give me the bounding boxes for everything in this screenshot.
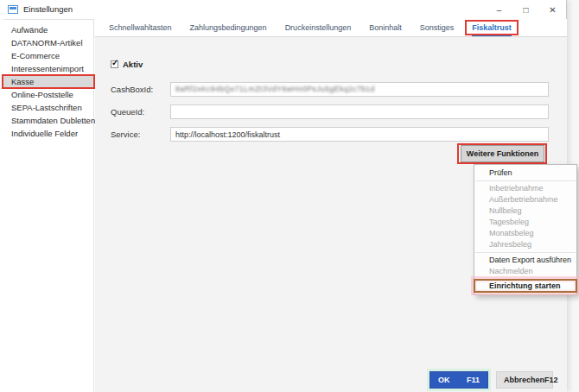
tab-schnellwahltasten[interactable]: Schnellwahltasten: [109, 19, 172, 36]
menu-item-jahresbeleg: Jahresbeleg: [474, 239, 576, 250]
cashboxid-redacted-value: 8aRf2xKc94bQe71LmZt3VdY6wHn0PsJu5gEkq2c7…: [175, 83, 375, 96]
maximize-icon[interactable]: □: [512, 0, 539, 19]
queueid-input[interactable]: [170, 104, 549, 119]
sidebar-item-datanorm-artikel[interactable]: DATANORM-Artikel: [3, 36, 93, 49]
ok-label: OK: [438, 376, 450, 384]
tab-fiskaltrust[interactable]: Fiskaltrust: [472, 19, 512, 36]
tab-druckeinstellungen[interactable]: Druckeinstellungen: [285, 19, 352, 36]
menu-item-nachmelden: Nachmelden: [474, 266, 576, 277]
cashboxid-label: CashBoxId:: [111, 85, 153, 94]
aktiv-checkbox[interactable]: ✓: [111, 60, 118, 68]
sidebar-item-individuelle-felder[interactable]: Individuelle Felder: [3, 127, 93, 140]
checkmark-icon: ✓: [111, 58, 118, 67]
window-title: Einstellungen: [23, 4, 73, 14]
menu-separator: [475, 180, 576, 181]
app-icon: [8, 5, 18, 14]
menu-item-pruefen[interactable]: Prüfen: [474, 168, 576, 179]
service-label: Service:: [111, 130, 140, 139]
weitere-funktionen-menu: Prüfen Inbetriebnahme Außerbetriebnahme …: [474, 164, 577, 295]
ok-button[interactable]: OK F11: [429, 371, 488, 389]
aktiv-checkbox-row: ✓ Aktiv: [111, 60, 143, 69]
menu-item-daten-export-ausfuehren[interactable]: Daten Export ausführen: [474, 255, 576, 266]
sidebar-item-online-poststelle[interactable]: Online-Poststelle: [3, 88, 93, 101]
cancel-label: Abbrechen: [504, 376, 544, 384]
menu-item-monatsbeleg: Monatsbeleg: [474, 228, 576, 239]
title-bar: Einstellungen – □ ✕: [0, 0, 566, 19]
cashboxid-input[interactable]: 8aRf2xKc94bQe71LmZt3VdY6wHn0PsJu5gEkq2c7…: [170, 82, 549, 97]
screen: Einstellungen – □ ✕ Aufwände DATANORM-Ar…: [0, 0, 579, 392]
close-icon[interactable]: ✕: [539, 0, 566, 19]
weitere-funktionen-button[interactable]: Weitere Funktionen: [461, 145, 544, 162]
menu-item-inbetriebnahme: Inbetriebnahme: [474, 183, 576, 194]
menu-item-einrichtung-starten[interactable]: Einrichtung starten: [474, 281, 576, 292]
sidebar: Aufwände DATANORM-Artikel E-Commerce Int…: [3, 19, 94, 392]
cancel-shortcut: F12: [544, 376, 558, 384]
sidebar-item-sepa-lastschriften[interactable]: SEPA-Lastschriften: [3, 101, 93, 114]
menu-item-tagesbeleg: Tagesbeleg: [474, 217, 576, 228]
tab-boninhalt[interactable]: Boninhalt: [369, 19, 402, 36]
sidebar-item-interessentenimport[interactable]: Interessentenimport: [3, 62, 93, 75]
sidebar-item-e-commerce[interactable]: E-Commerce: [3, 49, 93, 62]
ok-shortcut: F11: [467, 376, 480, 384]
menu-item-nullbeleg: Nullbeleg: [474, 205, 576, 217]
aktiv-label: Aktiv: [123, 60, 143, 69]
sidebar-item-kasse[interactable]: Kasse: [3, 75, 93, 88]
sidebar-item-stammdaten-dubletten[interactable]: Stammdaten Dubletten: [3, 114, 93, 127]
queueid-label: QueueId:: [111, 107, 144, 117]
tab-zahlungsbedingungen[interactable]: Zahlungsbedingungen: [190, 19, 267, 36]
tab-bar: Schnellwahltasten Zahlungsbedingungen Dr…: [95, 19, 567, 37]
minimize-icon[interactable]: –: [486, 0, 512, 19]
window-controls: – □ ✕: [486, 0, 566, 19]
service-input[interactable]: [170, 127, 549, 142]
sidebar-item-aufwaende[interactable]: Aufwände: [3, 23, 93, 36]
menu-separator: [475, 252, 576, 253]
tab-sonstiges[interactable]: Sonstiges: [420, 19, 455, 36]
cancel-button[interactable]: Abbrechen F12: [496, 371, 553, 389]
menu-item-ausserbetriebnahme: Außerbetriebnahme: [474, 194, 576, 205]
